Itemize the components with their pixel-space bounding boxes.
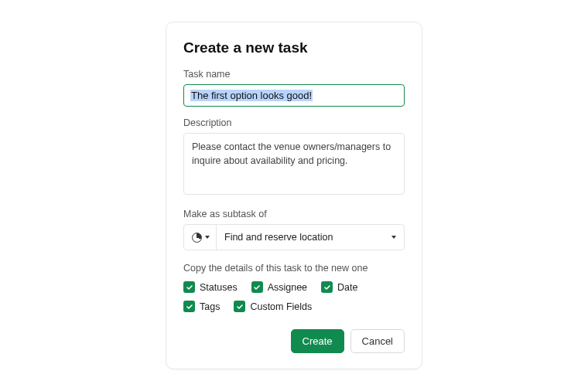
caret-down-icon: [391, 236, 396, 239]
create-button[interactable]: Create: [291, 329, 344, 353]
check-icon: [321, 281, 333, 293]
progress-pie-icon: [192, 233, 202, 243]
checkbox-custom-fields[interactable]: Custom Fields: [234, 301, 312, 312]
task-name-input[interactable]: The first option looks good!: [183, 84, 405, 107]
subtask-value-cell[interactable]: Find and reserve location: [217, 225, 404, 250]
check-icon: [183, 301, 195, 312]
subtask-label: Make as subtask of: [183, 209, 405, 219]
dialog-title: Create a new task: [183, 39, 405, 56]
checkbox-label: Tags: [200, 301, 220, 312]
check-icon: [234, 301, 245, 312]
subtask-value: Find and reserve location: [224, 232, 333, 243]
dialog-actions: Create Cancel: [183, 329, 405, 353]
description-input[interactable]: [183, 133, 405, 195]
task-name-value: The first option looks good!: [190, 90, 313, 101]
checkbox-label: Custom Fields: [250, 301, 312, 312]
create-task-dialog: Create a new task Task name The first op…: [166, 22, 422, 369]
checkbox-date[interactable]: Date: [321, 281, 357, 293]
check-icon: [183, 281, 195, 293]
checkbox-statuses[interactable]: Statuses: [183, 281, 238, 293]
checkbox-tags[interactable]: Tags: [183, 301, 220, 312]
cancel-button[interactable]: Cancel: [350, 329, 405, 353]
check-icon: [251, 281, 263, 293]
checkbox-label: Statuses: [200, 282, 238, 293]
description-label: Description: [183, 117, 405, 128]
checkbox-label: Assignee: [268, 282, 307, 293]
copy-details-label: Copy the details of this task to the new…: [183, 263, 405, 274]
subtask-icon-cell[interactable]: [184, 225, 217, 250]
caret-down-icon: [205, 236, 210, 239]
copy-checkbox-group: Statuses Assignee Date Tags Custom Field…: [183, 281, 405, 312]
task-name-label: Task name: [183, 69, 405, 80]
checkbox-label: Date: [337, 282, 357, 293]
subtask-select[interactable]: Find and reserve location: [183, 224, 405, 250]
checkbox-assignee[interactable]: Assignee: [251, 281, 307, 293]
